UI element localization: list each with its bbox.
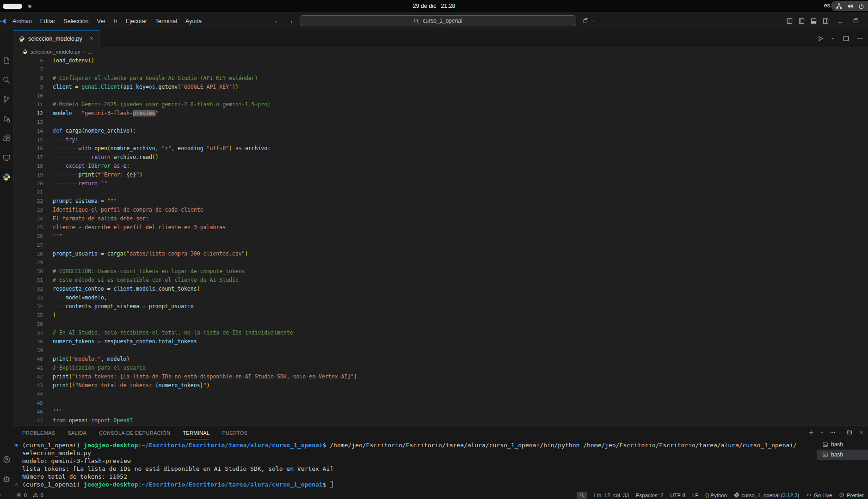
code-line-44[interactable]: 44 xyxy=(13,390,868,399)
explorer-icon[interactable] xyxy=(2,56,11,65)
code-line-31[interactable]: 31#·Este·método·sí·es·compatible·con·el·… xyxy=(13,276,868,285)
breadcrumb-file[interactable]: seleccion_modelo.py xyxy=(31,49,80,55)
remote-indicator-fragment[interactable]: ‹› xyxy=(0,492,1,498)
code-line-21[interactable]: 21 xyxy=(13,188,868,197)
account-icon[interactable] xyxy=(3,456,11,463)
code-line-46[interactable]: 46''' xyxy=(13,408,868,416)
search-icon[interactable] xyxy=(2,76,11,84)
run-file-icon[interactable] xyxy=(817,35,824,42)
command-center-search[interactable]: curso_1_openai xyxy=(300,15,576,26)
breadcrumb-symbol[interactable]: ... xyxy=(87,49,92,55)
code-line-32[interactable]: 32respuesta_conteo·=·client.models.count… xyxy=(13,285,868,293)
menu-editar[interactable]: Editar xyxy=(36,16,60,26)
code-line-12[interactable]: 12modelo·=·"gemini-3-flash-preview" xyxy=(13,109,868,118)
code-line-29[interactable]: 29 xyxy=(13,258,868,267)
code-line-8[interactable]: 8#·Configurar·el·cliente·para·Google·AI·… xyxy=(13,74,868,83)
code-line-36[interactable]: 36 xyxy=(13,320,868,329)
menu-selección[interactable]: Selección xyxy=(59,16,92,26)
status-go-live[interactable]: Go Live xyxy=(806,492,832,498)
run-dropdown-icon[interactable] xyxy=(831,36,836,41)
panel-tab-terminal[interactable]: TERMINAL xyxy=(183,426,209,439)
panel-tab-consola-de-depuración[interactable]: CONSOLA DE DEPURACIÓN xyxy=(99,426,170,439)
restore-button[interactable] xyxy=(853,18,859,24)
minimize-button[interactable] xyxy=(837,18,843,24)
menu-ver[interactable]: Ver xyxy=(93,16,110,26)
code-line-30[interactable]: 30#·CORRECCIÓN:·Usamos·count_tokens·en·l… xyxy=(13,267,868,276)
code-line-25[interactable]: 25cliente·-·describe·el·perfil·del·clien… xyxy=(13,223,868,232)
terminal-instance-bash[interactable]: bash xyxy=(817,450,868,460)
history-back-button[interactable]: ← xyxy=(274,17,281,24)
code-line-37[interactable]: 37#·En·AI·Studio,·solo·recibimos·el·tota… xyxy=(13,329,868,337)
code-line-28[interactable]: 28prompt_usuario·=·carga("datos/lista-co… xyxy=(13,250,868,258)
workspace-indicator[interactable] xyxy=(3,4,22,9)
more-icon[interactable] xyxy=(830,429,836,436)
code-line-11[interactable]: 11#·Modelo·Gemini·2025·(puedes·usar·gemi… xyxy=(13,100,868,109)
code-line-7[interactable]: 7 xyxy=(13,65,868,74)
keyboard-layout-indicator[interactable]: es xyxy=(824,2,830,9)
terminal-instance-bash[interactable]: bash xyxy=(817,439,868,450)
source-control-icon[interactable] xyxy=(2,95,11,103)
remote-explorer-icon[interactable] xyxy=(2,153,11,162)
system-tray[interactable] xyxy=(831,1,868,11)
status-problems-errors[interactable]: 0 xyxy=(16,492,27,498)
code-line-19[interactable]: 19········print(f"Error:·{e}") xyxy=(13,170,868,179)
code-line-27[interactable]: 27 xyxy=(13,241,868,250)
status-search-status[interactable] xyxy=(577,492,587,499)
run-debug-icon[interactable] xyxy=(2,115,11,123)
power-icon[interactable] xyxy=(858,3,865,10)
split-editor-icon[interactable] xyxy=(843,35,850,42)
code-line-39[interactable]: 39 xyxy=(13,346,868,355)
code-line-38[interactable]: 38numero_tokens·=·respuesta_conteo.total… xyxy=(13,337,868,346)
status-problems-warnings[interactable]: 0 xyxy=(33,492,43,498)
code-line-6[interactable]: 6load_dotenv() xyxy=(13,56,868,65)
code-line-33[interactable]: 33····model=modelo, xyxy=(13,293,868,302)
code-line-13[interactable]: 13 xyxy=(13,118,868,127)
new-terminal-icon[interactable] xyxy=(808,429,814,436)
code-line-24[interactable]: 24El·formato·de·salida·debe·ser: xyxy=(13,214,868,223)
code-editor[interactable]: 6load_dotenv()78#·Configurar·el·cliente·… xyxy=(13,56,868,425)
workspace-dot[interactable] xyxy=(28,5,31,8)
system-clock[interactable]: 29 de dic 21:28 xyxy=(412,0,455,12)
status-cursor-position[interactable]: Lín. 12, col. 33 xyxy=(594,493,628,498)
code-line-47[interactable]: 47from·openai·import·OpenAI xyxy=(13,416,868,425)
code-line-17[interactable]: 17············return·archivo.read() xyxy=(13,153,868,162)
code-line-43[interactable]: 43print(f"Número·total·de·tokens:·{numer… xyxy=(13,381,868,390)
code-line-14[interactable]: 14def·carga(nombre_archivo): xyxy=(13,127,868,135)
volume-icon[interactable] xyxy=(847,3,854,10)
panel-tab-problemas[interactable]: PROBLEMAS xyxy=(22,426,55,439)
toggle-secondary-sidebar-icon[interactable] xyxy=(822,18,829,24)
menu-ejecutar[interactable]: Ejecutar xyxy=(122,16,151,26)
python-icon[interactable] xyxy=(2,173,11,181)
history-forward-button[interactable]: → xyxy=(287,17,294,24)
status-python-interpreter[interactable]: curso_1_openai (3.12.3) xyxy=(734,492,799,498)
status-encoding[interactable]: UTF-8 xyxy=(670,493,685,498)
close-panel-icon[interactable] xyxy=(858,429,864,436)
panel-tab-salida[interactable]: SALIDA xyxy=(68,426,86,439)
extensions-icon[interactable] xyxy=(2,134,11,142)
settings-icon[interactable]: ⚙ xyxy=(2,475,10,484)
network-icon[interactable] xyxy=(836,3,843,10)
status-prettier[interactable]: Prettier xyxy=(839,492,864,498)
customize-layout-icon[interactable] xyxy=(786,18,793,24)
close-tab-icon[interactable] xyxy=(89,36,94,42)
code-line-20[interactable]: 20········return·"" xyxy=(13,179,868,188)
code-line-9[interactable]: 9client·=·genai.Client(api_key=os.getenv… xyxy=(13,83,868,91)
code-line-26[interactable]: 26""" xyxy=(13,232,868,241)
terminal-dropdown-icon[interactable] xyxy=(819,430,825,435)
tab-seleccion-modelo[interactable]: seleccion_modelo.py xyxy=(13,30,100,47)
menu-ayuda[interactable]: Ayuda xyxy=(181,16,206,26)
more-actions-icon[interactable] xyxy=(856,35,863,42)
breadcrumb[interactable]: seleccion_modelo.py › ... xyxy=(13,47,868,56)
code-line-16[interactable]: 16········with·open(nombre_archivo,·"r",… xyxy=(13,144,868,153)
status-eol[interactable]: LF xyxy=(692,493,698,498)
code-line-41[interactable]: 41#·Explicación·para·el·usuario xyxy=(13,364,868,372)
code-line-15[interactable]: 15····try: xyxy=(13,135,868,144)
terminal-output[interactable]: ●(curso_1_openai) jeo@jeo-desktop:~/Escr… xyxy=(13,441,817,491)
split-window-button[interactable] xyxy=(583,18,596,24)
status-indentation[interactable]: Espacios: 2 xyxy=(636,493,663,498)
code-line-40[interactable]: 40print("modelo:",·modelo) xyxy=(13,355,868,364)
toggle-panel-icon[interactable] xyxy=(810,18,817,24)
toggle-sidebar-icon[interactable] xyxy=(798,18,805,24)
status-language-mode[interactable]: { }Python xyxy=(705,493,727,498)
code-line-18[interactable]: 18····except·IOError·as·e: xyxy=(13,162,868,170)
